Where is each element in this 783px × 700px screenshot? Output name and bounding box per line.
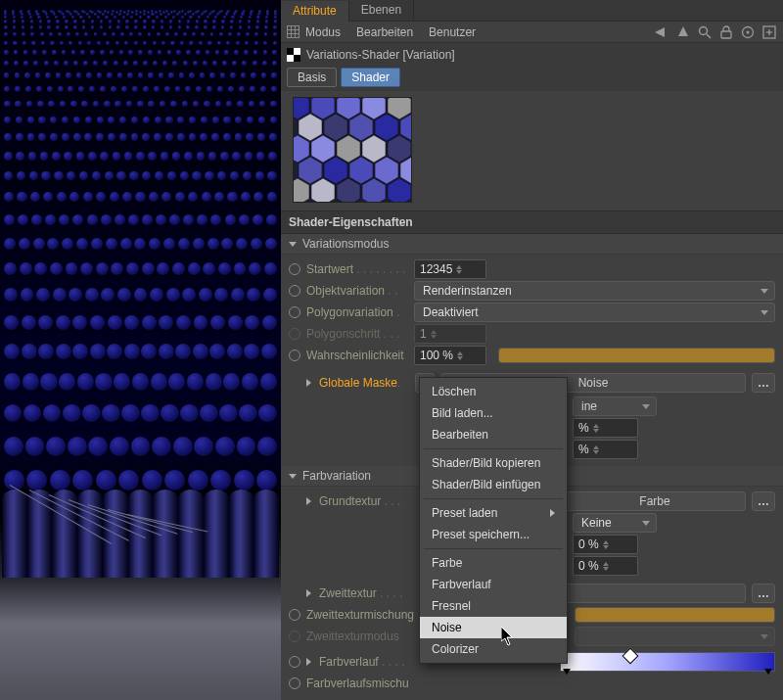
input-startwert[interactable]: 12345	[414, 259, 486, 279]
anim-dot[interactable]	[289, 656, 300, 668]
layout-icon[interactable]	[287, 25, 299, 38]
anim-dot	[289, 630, 300, 642]
ctx-fresnel[interactable]: Fresnel	[420, 595, 567, 617]
disclosure-icon[interactable]	[306, 658, 315, 666]
label-polygonschritt: Polygonschritt . . .	[306, 327, 414, 341]
browse-button[interactable]: …	[752, 373, 775, 393]
panel-menubar: Modus Bearbeiten Benutzer	[281, 22, 783, 43]
object-name: Variations-Shader [Variation]	[306, 48, 455, 62]
back-icon[interactable]	[654, 24, 669, 40]
ctx-shader-kopieren[interactable]: Shader/Bild kopieren	[420, 452, 567, 474]
slider-wahrscheinlichkeit[interactable]	[498, 348, 775, 363]
ctx-colorizer[interactable]: Colorizer	[420, 638, 567, 660]
anim-dot[interactable]	[289, 285, 300, 297]
select-zweittexturmodus	[575, 627, 775, 646]
gradient-farbverlauf[interactable]	[560, 652, 775, 672]
menu-benutzer[interactable]: Benutzer	[429, 25, 476, 39]
tab-ebenen[interactable]: Ebenen	[349, 0, 414, 21]
attribute-panel: Attribute Ebenen Modus Bearbeiten Benutz…	[281, 0, 783, 700]
ctx-farbverlauf[interactable]: Farbverlauf	[420, 574, 567, 595]
shader-preview[interactable]	[293, 97, 412, 203]
select-polygonvariation[interactable]: Deaktiviert	[414, 303, 775, 322]
menu-bearbeiten[interactable]: Bearbeiten	[356, 25, 413, 39]
shader-subtabs: Basis Shader	[281, 66, 783, 91]
lock-icon[interactable]	[718, 24, 734, 40]
anim-dot[interactable]	[289, 306, 300, 318]
subtab-basis[interactable]: Basis	[287, 68, 337, 87]
slider-zweittexturmischung[interactable]	[575, 607, 775, 623]
label-globale-maske: Globale Maske.	[319, 376, 415, 390]
input-mask-p1[interactable]: %	[573, 418, 638, 438]
label-zweittextur: Zweittextur . . . .	[319, 586, 415, 600]
ctx-shader-einfuegen[interactable]: Shader/Bild einfügen	[420, 474, 567, 495]
select-objektvariation[interactable]: Renderinstanzen	[414, 281, 775, 301]
input-mask-p2[interactable]: %	[573, 440, 638, 459]
label-startwert: Startwert . . . . . . . .	[306, 262, 414, 276]
disclosure-icon	[289, 242, 297, 247]
ctx-preset-laden[interactable]: Preset laden	[420, 502, 567, 524]
disclosure-icon	[289, 474, 297, 479]
menu-modus[interactable]: Modus	[305, 25, 341, 39]
svg-line-1	[707, 34, 711, 38]
viewport-3d[interactable]	[0, 0, 281, 700]
browse-button[interactable]: …	[752, 491, 775, 511]
group-variationsmodus[interactable]: Variationsmodus	[281, 234, 783, 255]
texture-slot-grundtextur[interactable]: Farbe	[564, 491, 746, 511]
svg-point-4	[747, 30, 750, 33]
anim-dot[interactable]	[289, 263, 300, 275]
new-instance-icon[interactable]	[761, 24, 777, 40]
browse-button[interactable]: …	[752, 583, 775, 603]
texture-context-menu: Löschen Bild laden... Bearbeiten Shader/…	[419, 377, 568, 664]
label-objektvariation: Objektvariation . .	[306, 284, 414, 298]
anim-dot	[289, 328, 300, 340]
select-grund-mode[interactable]: Keine	[573, 513, 657, 533]
svg-rect-2	[721, 31, 731, 38]
target-icon[interactable]	[740, 24, 756, 40]
search-icon[interactable]	[697, 24, 713, 40]
tab-attribute[interactable]: Attribute	[281, 1, 349, 22]
label-grundtextur: Grundtextur . . .	[319, 494, 415, 508]
input-wahrscheinlichkeit[interactable]: 100 %	[414, 346, 486, 365]
label-wahrscheinlichkeit: Wahrscheinlichkeit	[306, 349, 414, 362]
ctx-loeschen[interactable]: Löschen	[420, 381, 567, 402]
object-identity: Variations-Shader [Variation]	[281, 43, 783, 66]
disclosure-icon[interactable]	[306, 497, 315, 505]
svg-point-0	[700, 26, 708, 34]
anim-dot[interactable]	[289, 609, 300, 621]
ctx-preset-speichern[interactable]: Preset speichern...	[420, 524, 567, 545]
subtab-shader[interactable]: Shader	[341, 68, 400, 87]
disclosure-icon[interactable]	[306, 589, 315, 597]
section-shader-eigenschaften: Shader-Eigenschaften	[281, 210, 783, 234]
label-zweittexturmodus: Zweittexturmodus	[306, 630, 432, 643]
label-farbverlaufsmischung: Farbverlaufsmischu	[306, 677, 432, 690]
anim-dot[interactable]	[289, 350, 300, 361]
input-grund-p2[interactable]: 0 %	[573, 556, 638, 576]
label-farbverlauf: Farbverlauf . . . .	[319, 655, 411, 669]
up-icon[interactable]	[675, 24, 691, 40]
label-zweittexturmischung: Zweittexturmischung	[306, 608, 432, 622]
anim-dot[interactable]	[289, 677, 300, 689]
texture-slot-zweittextur[interactable]	[564, 583, 746, 603]
input-polygonschritt: 1	[414, 324, 486, 344]
input-grund-p1[interactable]: 0 %	[573, 535, 638, 554]
ctx-noise[interactable]: Noise	[420, 617, 567, 638]
panel-tabs: Attribute Ebenen	[281, 0, 783, 22]
ctx-bild-laden[interactable]: Bild laden...	[420, 402, 567, 424]
disclosure-icon[interactable]	[306, 379, 315, 387]
select-mask-blend[interactable]: ine	[573, 397, 657, 416]
label-polygonvariation: Polygonvariation .	[306, 305, 414, 319]
shader-checker-icon	[287, 48, 300, 62]
ctx-bearbeiten[interactable]: Bearbeiten	[420, 424, 567, 445]
ctx-farbe[interactable]: Farbe	[420, 552, 567, 574]
